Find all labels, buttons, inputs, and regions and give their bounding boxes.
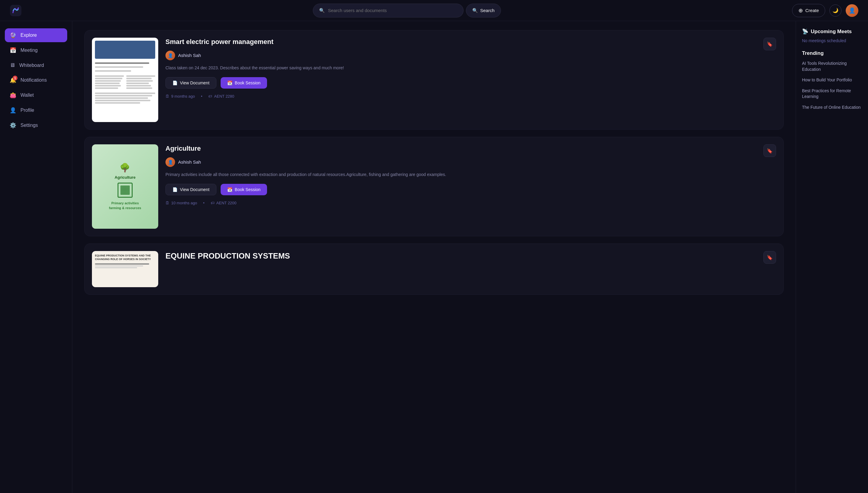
moon-icon: 🌙 — [832, 7, 839, 13]
sidebar-item-label: Notifications — [21, 78, 47, 83]
list-item[interactable]: AI Tools Revolutionizing Education — [802, 61, 862, 72]
author-avatar: 👤 — [166, 157, 175, 167]
bookmark-button[interactable]: 🔖 — [763, 38, 776, 50]
view-document-label: View Document — [180, 187, 210, 192]
dark-mode-toggle[interactable]: 🌙 — [829, 4, 842, 17]
author-avatar: 👤 — [166, 51, 175, 60]
sidebar-item-label: Meeting — [21, 48, 38, 53]
svg-rect-0 — [10, 5, 21, 16]
card-meta: 🗓 10 months ago • 🏷 AENT 2200 — [166, 201, 776, 205]
search-icon-inner: 🔍 — [319, 8, 325, 13]
logo[interactable] — [9, 4, 22, 17]
author-row: 👤 Ashish Sah — [166, 157, 776, 167]
main-content: Smart electric power management 🔖 👤 Ashi… — [72, 21, 796, 493]
bookmark-button[interactable]: 🔖 — [763, 144, 776, 157]
view-document-button[interactable]: 📄 View Document — [166, 77, 216, 89]
card-actions: 📄 View Document 📆 Book Session — [166, 184, 776, 195]
bookmark-icon: 🔖 — [767, 255, 773, 260]
upcoming-meets-section: 📡 Upcoming Meets No meetings scheduled — [802, 28, 862, 43]
bookmark-button[interactable]: 🔖 — [763, 251, 776, 264]
card-top-row: Smart electric power management 🔖 — [166, 38, 776, 51]
sidebar-item-wallet[interactable]: 👛 Wallet — [5, 88, 67, 102]
course-meta: 🏷 AENT 2200 — [211, 201, 237, 205]
settings-icon: ⚙️ — [9, 122, 16, 129]
card-actions: 📄 View Document 📆 Book Session — [166, 77, 776, 89]
calendar-icon: 📆 — [227, 81, 232, 85]
upcoming-meets-title: 📡 Upcoming Meets — [802, 28, 862, 35]
sidebar-item-notifications[interactable]: 🔔 Notifications 1 — [5, 73, 67, 87]
card-description: Primary activities include all those con… — [166, 171, 776, 178]
card-body: Agriculture 🔖 👤 Ashish Sah Primary activ… — [166, 144, 776, 205]
plus-icon: ⊕ — [798, 7, 803, 14]
book-session-button[interactable]: 📆 Book Session — [221, 184, 267, 195]
meta-separator: • — [201, 94, 202, 99]
card-thumbnail: 🌳 Agriculture Primary activitiesfarming … — [92, 144, 158, 229]
list-item[interactable]: How to Build Your Portfolio — [802, 77, 862, 83]
view-document-label: View Document — [180, 81, 210, 85]
bookmark-icon: 🔖 — [767, 148, 773, 154]
broadcast-icon: 📡 — [802, 28, 808, 35]
sidebar-item-meeting[interactable]: 📅 Meeting — [5, 43, 67, 57]
avatar-icon: 👤 — [849, 7, 855, 14]
table-row: EQUINE PRODUCTION SYSTEMS AND THE CHANGI… — [84, 243, 784, 295]
sidebar: 🔮 Explore 📅 Meeting 🖥 Whiteboard 🔔 Notif… — [0, 21, 72, 493]
table-row: 🌳 Agriculture Primary activitiesfarming … — [84, 137, 784, 236]
wallet-icon: 👛 — [9, 92, 16, 99]
bookmark-icon: 🔖 — [767, 41, 773, 47]
sidebar-item-label: Profile — [21, 108, 34, 113]
explore-icon: 🔮 — [9, 32, 16, 39]
book-session-label: Book Session — [235, 81, 261, 85]
search-input[interactable] — [328, 8, 457, 13]
search-bar: 🔍 🔍 Search — [26, 4, 787, 18]
author-row: 👤 Ashish Sah — [166, 51, 776, 60]
sidebar-item-profile[interactable]: 👤 Profile — [5, 103, 67, 117]
search-icon: 🔍 — [472, 8, 478, 13]
user-avatar[interactable]: 👤 — [846, 4, 859, 17]
author-name: Ashish Sah — [178, 159, 201, 165]
course-code: AENT 2200 — [216, 201, 237, 205]
card-body: EQUINE PRODUCTION SYSTEMS 🔖 — [166, 251, 776, 265]
profile-icon: 👤 — [9, 107, 16, 114]
no-meetings-label: No meetings scheduled — [802, 38, 862, 43]
time-ago: 10 months ago — [171, 201, 197, 205]
card-description: Class taken on 24 dec 2023. Describes ab… — [166, 64, 776, 71]
card-title: EQUINE PRODUCTION SYSTEMS — [166, 251, 290, 261]
sidebar-item-label: Explore — [21, 33, 37, 38]
book-session-label: Book Session — [235, 187, 261, 192]
document-icon: 📄 — [172, 81, 177, 85]
tag-icon: 🏷 — [208, 94, 212, 99]
list-item[interactable]: The Future of Online Education — [802, 105, 862, 111]
meta-separator: • — [203, 201, 204, 205]
card-body: Smart electric power management 🔖 👤 Ashi… — [166, 38, 776, 99]
main-layout: 🔮 Explore 📅 Meeting 🖥 Whiteboard 🔔 Notif… — [0, 21, 868, 493]
view-document-button[interactable]: 📄 View Document — [166, 184, 216, 195]
notification-badge: 1 — [13, 76, 18, 81]
topbar-actions: ⊕ Create 🌙 👤 — [792, 4, 859, 17]
card-thumbnail — [92, 38, 158, 122]
card-top-row: EQUINE PRODUCTION SYSTEMS 🔖 — [166, 251, 776, 265]
time-meta: 🗓 10 months ago — [166, 201, 197, 205]
search-button[interactable]: 🔍 Search — [466, 4, 501, 18]
course-code: AENT 2280 — [214, 94, 234, 99]
sidebar-item-whiteboard[interactable]: 🖥 Whiteboard — [5, 59, 67, 72]
time-meta: 🗓 9 months ago — [166, 94, 195, 99]
card-top-row: Agriculture 🔖 — [166, 144, 776, 157]
list-item[interactable]: Best Practices for Remote Learning — [802, 88, 862, 100]
agri-thumbnail: 🌳 Agriculture Primary activitiesfarming … — [92, 144, 158, 229]
document-icon: 📄 — [172, 187, 177, 192]
card-title: Smart electric power management — [166, 38, 273, 46]
card-meta: 🗓 9 months ago • 🏷 AENT 2280 — [166, 94, 776, 99]
sidebar-item-explore[interactable]: 🔮 Explore — [5, 28, 67, 42]
book-session-button[interactable]: 📆 Book Session — [221, 77, 267, 89]
search-button-label: Search — [480, 8, 495, 13]
upcoming-meets-label: Upcoming Meets — [811, 29, 852, 35]
search-container: 🔍 — [313, 4, 463, 18]
sidebar-item-label: Whiteboard — [19, 63, 44, 68]
trending-title: Trending — [802, 50, 862, 56]
right-sidebar: 📡 Upcoming Meets No meetings scheduled T… — [796, 21, 868, 493]
sidebar-item-settings[interactable]: ⚙️ Settings — [5, 119, 67, 132]
create-button-label: Create — [805, 8, 819, 13]
topbar: 🔍 🔍 Search ⊕ Create 🌙 👤 — [0, 0, 868, 21]
create-button[interactable]: ⊕ Create — [792, 4, 825, 17]
time-ago: 9 months ago — [171, 94, 195, 99]
